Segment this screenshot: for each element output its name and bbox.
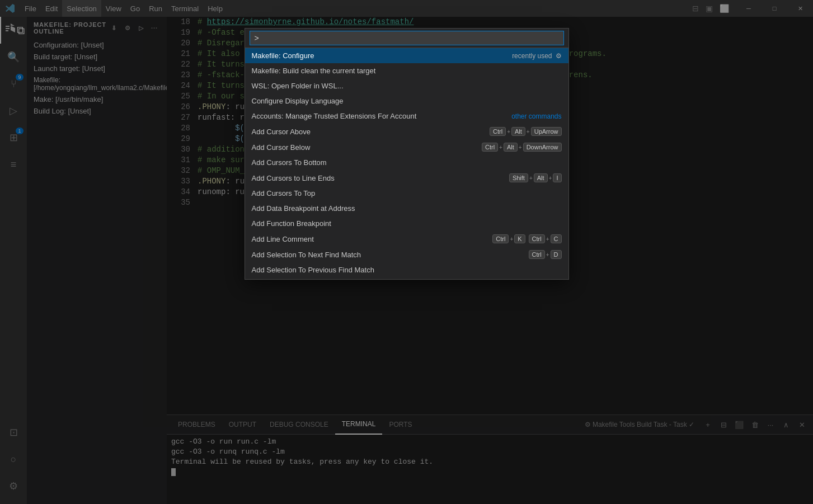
cp-item-label: Add Data Breakpoint at Address — [252, 204, 355, 213]
cp-item-label: Makefile: Configure — [252, 51, 314, 60]
cp-item-accounts[interactable]: Accounts: Manage Trusted Extensions For … — [245, 109, 568, 124]
cp-item-cursor-above[interactable]: Add Cursor Above Ctrl + Alt + UpArrow — [245, 124, 568, 139]
command-palette: Makefile: Configure recently used ⚙ Make… — [245, 28, 569, 280]
cp-item-line-comment[interactable]: Add Line Comment Ctrl + K Ctrl + C — [245, 231, 568, 247]
gear-icon[interactable]: ⚙ — [556, 52, 562, 60]
command-palette-overlay: Makefile: Configure recently used ⚙ Make… — [0, 0, 813, 504]
cp-item-build-clean[interactable]: Makefile: Build clean the current target — [245, 63, 568, 78]
cp-item-label: Add Function Breakpoint — [252, 219, 331, 228]
cp-item-cursors-top[interactable]: Add Cursors To Top — [245, 186, 568, 201]
cp-item-label: Add Cursor Above — [252, 128, 311, 136]
cp-item-label: WSL: Open Folder in WSL... — [252, 82, 344, 90]
keybind-line-comment: Ctrl + K — [492, 234, 525, 243]
cp-item-configure-display[interactable]: Configure Display Language — [245, 93, 568, 109]
recently-used-label: recently used — [512, 52, 552, 60]
keybind-selection-next: Ctrl + D — [529, 250, 562, 259]
cp-item-makefile-configure[interactable]: Makefile: Configure recently used ⚙ — [245, 48, 568, 63]
command-palette-list: Makefile: Configure recently used ⚙ Make… — [245, 48, 568, 279]
keybind-cursor-above: Ctrl + Alt + UpArrow — [490, 127, 561, 136]
cp-item-selection-prev[interactable]: Add Selection To Previous Find Match — [245, 262, 568, 277]
cp-item-data-breakpoint[interactable]: Add Data Breakpoint at Address — [245, 201, 568, 216]
cp-item-selection-next[interactable]: Add Selection To Next Find Match Ctrl + … — [245, 247, 568, 262]
cp-item-cursors-bottom[interactable]: Add Cursors To Bottom — [245, 155, 568, 170]
cp-item-label: Add Cursors to Line Ends — [252, 174, 335, 182]
cp-item-left: Makefile: Configure — [252, 51, 314, 60]
cp-item-xhr-breakpoint[interactable]: Add XHR/fetch Breakpoint — [245, 277, 568, 279]
cp-item-label: Configure Display Language — [252, 97, 344, 105]
cp-item-label: Add Cursors To Bottom — [252, 158, 327, 167]
cp-item-function-breakpoint[interactable]: Add Function Breakpoint — [245, 216, 568, 231]
command-palette-input-row — [245, 29, 568, 48]
keybind-line-comment2: Ctrl + C — [529, 234, 562, 243]
cp-item-cursor-below[interactable]: Add Cursor Below Ctrl + Alt + DownArrow — [245, 139, 568, 155]
cp-item-label: Accounts: Manage Trusted Extensions For … — [252, 112, 417, 120]
cp-item-wsl-open[interactable]: WSL: Open Folder in WSL... — [245, 78, 568, 93]
cp-item-label: Add Selection To Previous Find Match — [252, 266, 374, 274]
cp-item-label: Add Cursor Below — [252, 143, 311, 152]
keybind-line-ends: Shift + Alt + I — [509, 173, 562, 182]
cp-item-label: Makefile: Build clean the current target — [252, 67, 376, 75]
keybind-cursor-below: Ctrl + Alt + DownArrow — [482, 143, 562, 152]
cp-item-label: Add Selection To Next Find Match — [252, 251, 361, 259]
cp-item-label: Add Cursors To Top — [252, 189, 316, 197]
cp-item-label: Add Line Comment — [252, 235, 314, 243]
cp-item-cursors-line-ends[interactable]: Add Cursors to Line Ends Shift + Alt + I — [245, 170, 568, 186]
other-commands-label: other commands — [511, 112, 561, 120]
command-palette-input[interactable] — [250, 31, 564, 45]
cp-item-right: recently used ⚙ — [512, 52, 561, 60]
